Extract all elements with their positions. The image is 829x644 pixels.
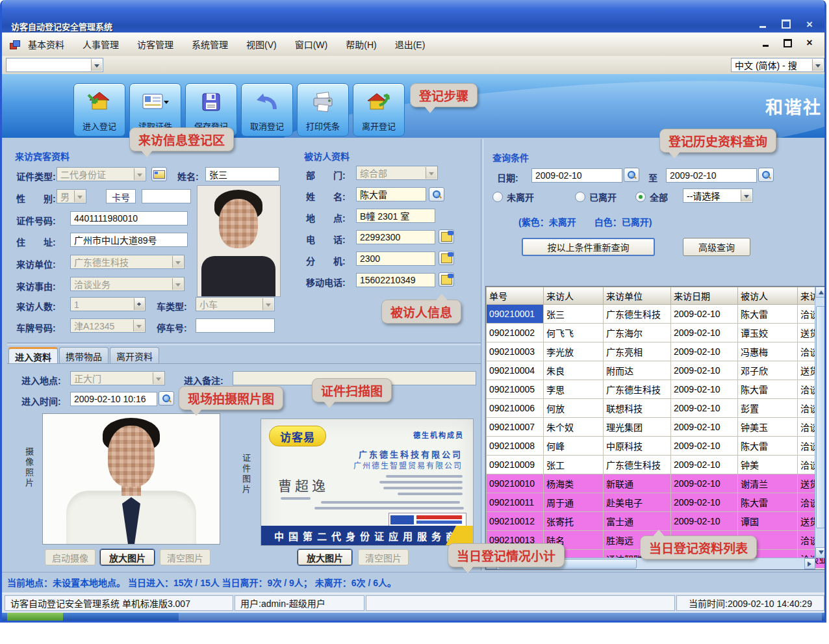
scan-zoom-button[interactable]: 放大图片 <box>298 549 352 565</box>
scroll-up-button[interactable] <box>815 287 826 298</box>
table-cell[interactable]: 张三 <box>544 305 604 324</box>
menu-hr[interactable]: 人事管理 <box>83 38 119 51</box>
tab-entry-info[interactable]: 进入资料 <box>8 347 58 364</box>
column-header[interactable]: 单号 <box>487 287 544 305</box>
table-cell[interactable]: 杨海类 <box>544 474 604 493</box>
table-cell[interactable]: 陈大雷 <box>738 437 798 456</box>
table-cell[interactable]: 张工 <box>544 456 604 474</box>
column-header[interactable]: 来访人 <box>544 287 604 305</box>
print-slip-button[interactable]: 打印凭条 <box>297 83 349 136</box>
table-cell[interactable]: 何飞飞 <box>544 324 604 342</box>
vehicle-type-combo[interactable]: 小车 <box>196 297 275 311</box>
table-cell[interactable]: 2009-02-10 <box>671 324 738 342</box>
table-cell[interactable]: 090210005 <box>487 380 544 399</box>
table-cell[interactable]: 赴美电子 <box>604 493 671 512</box>
table-row[interactable]: 090210009张工广东德生科技2009-02-10钟美洽谈业务 <box>487 456 827 474</box>
chevron-down-icon[interactable] <box>172 256 183 268</box>
scroll-right-button[interactable] <box>804 558 815 569</box>
table-cell[interactable]: 联想科技 <box>604 399 671 418</box>
table-cell[interactable]: 090210008 <box>487 437 544 456</box>
column-header[interactable]: 来访日期 <box>671 287 738 305</box>
menu-view[interactable]: 视图(V) <box>246 38 277 51</box>
language-bar-combo[interactable]: 中文 (简体) - 搜 <box>731 58 824 72</box>
table-row[interactable]: 090210008何峰中原科技2009-02-10陈大雷洽谈业务 <box>487 437 827 456</box>
vertical-scroll-thumb[interactable] <box>816 306 826 528</box>
scan-clear-button[interactable]: 清空图片 <box>358 549 409 565</box>
entry-location-combo[interactable]: 正大门 <box>70 371 165 385</box>
table-cell[interactable]: 周于通 <box>544 493 604 512</box>
table-cell[interactable]: 090210001 <box>487 305 544 324</box>
card-no-button[interactable]: 卡号 <box>106 189 136 203</box>
table-cell[interactable]: 钟美玉 <box>738 418 798 437</box>
table-cell[interactable]: 广东海尔 <box>604 324 671 342</box>
chevron-down-icon[interactable] <box>91 59 102 71</box>
visitor-count-stepper[interactable]: 1 <box>70 297 146 311</box>
requery-button[interactable]: 按以上条件重新查询 <box>522 238 655 256</box>
table-cell[interactable]: 090210009 <box>487 456 544 474</box>
enter-register-button[interactable]: 进入登记 <box>73 83 125 136</box>
table-cell[interactable]: 2009-02-10 <box>671 437 738 456</box>
mdi-restore-button[interactable] <box>782 38 793 48</box>
table-cell[interactable]: 冯惠梅 <box>738 342 798 361</box>
radio-all[interactable]: 全部 <box>635 190 668 203</box>
table-cell[interactable]: 090210003 <box>487 342 544 361</box>
table-cell[interactable]: 陈大雷 <box>738 380 798 399</box>
table-cell[interactable]: 090210004 <box>487 361 544 380</box>
table-cell[interactable]: 2009-02-10 <box>671 456 738 474</box>
dial-mobile-button[interactable] <box>439 272 454 287</box>
entry-time-field[interactable] <box>70 392 157 406</box>
table-cell[interactable]: 090210006 <box>487 399 544 418</box>
parking-no-field[interactable] <box>196 318 275 333</box>
radio-not-left[interactable]: 未离开 <box>492 190 534 203</box>
table-cell[interactable]: 陈大雷 <box>738 305 798 324</box>
table-cell[interactable]: 附而达 <box>604 361 671 380</box>
table-cell[interactable]: 2009-02-10 <box>671 305 738 324</box>
leave-register-button[interactable]: 离开登记 <box>353 83 405 136</box>
scroll-down-button[interactable] <box>815 547 826 558</box>
menu-exit[interactable]: 退出(E) <box>395 38 426 51</box>
table-cell[interactable]: 彭置 <box>738 399 798 418</box>
menu-visitor[interactable]: 访客管理 <box>137 38 173 51</box>
chevron-down-icon[interactable] <box>74 190 85 202</box>
table-row[interactable]: 090210007朱个奴理光集团2009-02-10钟美玉洽谈业务 <box>487 418 827 437</box>
chevron-down-icon[interactable] <box>812 59 823 71</box>
menu-system[interactable]: 系统管理 <box>192 38 228 51</box>
table-cell[interactable]: 090210010 <box>487 474 544 493</box>
visitor-name-field[interactable] <box>205 167 279 181</box>
visit-reason-combo[interactable]: 洽谈业务 <box>70 277 185 291</box>
gender-combo[interactable]: 男 <box>57 189 86 203</box>
table-cell[interactable]: 谢清兰 <box>738 474 798 493</box>
table-cell[interactable]: 090210007 <box>487 418 544 437</box>
cancel-register-button[interactable]: 取消登记 <box>241 83 293 136</box>
table-cell[interactable]: 钟美 <box>738 456 798 474</box>
table-cell[interactable]: 谭国 <box>738 512 798 531</box>
table-cell[interactable]: 陈大雷 <box>738 493 798 512</box>
table-cell[interactable]: 广东德生科技 <box>604 456 671 474</box>
ext-field[interactable] <box>356 251 435 266</box>
chevron-down-icon[interactable] <box>741 190 752 201</box>
mdi-close-button[interactable]: × <box>804 38 815 48</box>
tab-leave-info[interactable]: 离开资料 <box>110 347 159 364</box>
visit-unit-combo[interactable]: 广东德生科技 <box>70 255 185 269</box>
minimize-button[interactable] <box>756 18 770 30</box>
menu-window[interactable]: 窗口(W) <box>295 38 328 51</box>
table-cell[interactable]: 广东德生科技 <box>604 305 671 324</box>
photo-zoom-button[interactable]: 放大图片 <box>100 549 155 565</box>
table-cell[interactable]: 2009-02-10 <box>671 380 738 399</box>
chevron-down-icon[interactable] <box>262 298 274 310</box>
table-cell[interactable]: 朱个奴 <box>544 418 604 437</box>
table-row[interactable]: 090210006何放联想科技2009-02-10彭置洽谈业务 <box>487 399 827 418</box>
interviewee-search-button[interactable] <box>429 187 444 201</box>
quick-select-combo[interactable] <box>6 58 103 72</box>
chevron-down-icon[interactable] <box>134 168 145 180</box>
date-from-field[interactable] <box>531 168 622 183</box>
menu-basic-data[interactable]: 基本资料 <box>28 38 64 51</box>
card-reader-button[interactable] <box>151 167 167 181</box>
table-row[interactable]: 090210005李思广东德生科技2009-02-10陈大雷洽谈业务 <box>487 380 827 399</box>
date-to-picker-button[interactable] <box>758 168 774 182</box>
table-cell[interactable]: 邓子欣 <box>738 361 798 380</box>
vertical-scrollbar[interactable] <box>815 287 826 558</box>
table-cell[interactable]: 2009-02-10 <box>671 474 738 493</box>
address-field[interactable] <box>70 233 188 247</box>
tab-carried-items[interactable]: 携带物品 <box>59 347 108 364</box>
